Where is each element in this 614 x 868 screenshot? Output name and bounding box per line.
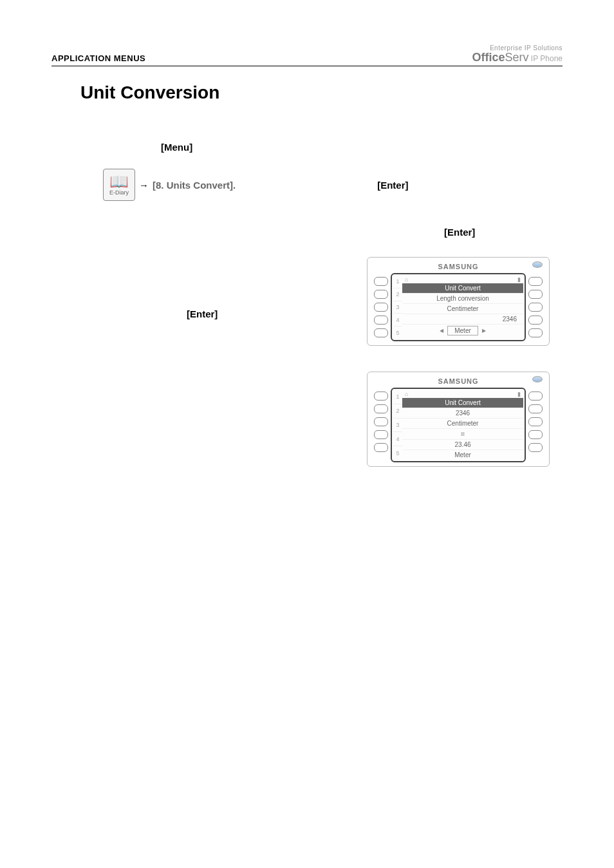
home-icon: ⌂ bbox=[405, 391, 408, 397]
screen-title: Unit Convert bbox=[402, 398, 523, 408]
header-brand: Enterprise IP Solutions OfficeServ IP Ph… bbox=[472, 45, 563, 63]
from-unit-label: Centimeter bbox=[402, 303, 523, 314]
from-unit-label: Centimeter bbox=[402, 418, 523, 428]
softkey-button[interactable] bbox=[374, 328, 388, 337]
phone-mockup-result: SAMSUNG 1 2 bbox=[367, 372, 550, 467]
row-number: 1 bbox=[393, 390, 402, 404]
softkey-button[interactable] bbox=[374, 392, 388, 401]
left-softkeys bbox=[371, 273, 391, 341]
softkey-button[interactable] bbox=[374, 404, 388, 413]
home-icon: ⌂ bbox=[405, 276, 408, 283]
softkey-button[interactable] bbox=[374, 290, 388, 299]
enter-key-label: [Enter] bbox=[377, 180, 408, 191]
input-value: 2346 bbox=[402, 314, 523, 324]
softkey-button[interactable] bbox=[528, 328, 543, 337]
row-number: 3 bbox=[393, 419, 402, 433]
icon-caption: E-Diary bbox=[109, 189, 129, 196]
brand-bold: Office bbox=[472, 51, 505, 64]
row-number: 2 bbox=[393, 404, 402, 419]
to-unit-label: Meter bbox=[447, 326, 478, 335]
left-softkeys bbox=[371, 388, 391, 462]
led-indicator bbox=[532, 376, 543, 382]
row-number-column: 1 2 3 4 5 bbox=[393, 390, 402, 460]
phone-screen: 1 2 3 4 5 ⌂ ▮ Unit C bbox=[391, 388, 526, 462]
header-section-label: APPLICATION MENUS bbox=[51, 53, 145, 63]
phone-brand-label: SAMSUNG bbox=[371, 377, 545, 385]
menu-key-label: [Menu] bbox=[161, 142, 563, 153]
softkey-button[interactable] bbox=[528, 277, 543, 286]
softkey-button[interactable] bbox=[528, 417, 543, 426]
row-number: 2 bbox=[393, 288, 402, 301]
softkey-button[interactable] bbox=[528, 303, 543, 312]
conversion-type-label: Length conversion bbox=[402, 293, 523, 303]
status-bar: ⌂ ▮ bbox=[402, 276, 523, 283]
softkey-button[interactable] bbox=[528, 290, 543, 299]
row-number: 3 bbox=[393, 301, 402, 314]
right-softkeys bbox=[526, 388, 545, 462]
page-title: Unit Conversion bbox=[80, 82, 563, 103]
left-arrow-icon[interactable]: ◀ bbox=[440, 328, 443, 334]
brand-ip: IP Phone bbox=[529, 54, 563, 63]
enter-key-label: [Enter] bbox=[187, 308, 218, 319]
equals-label: = bbox=[402, 428, 523, 439]
led-indicator bbox=[532, 261, 543, 268]
enter-key-label: [Enter] bbox=[444, 227, 563, 238]
softkey-button[interactable] bbox=[374, 316, 388, 325]
to-unit-label: Meter bbox=[402, 449, 523, 460]
softkey-button[interactable] bbox=[528, 430, 543, 439]
brand-logo-text: OfficeServ IP Phone bbox=[472, 52, 563, 63]
softkey-button[interactable] bbox=[528, 316, 543, 325]
brand-rest: Serv bbox=[505, 51, 528, 64]
softkey-button[interactable] bbox=[528, 443, 543, 452]
row-number-column: 1 2 3 4 5 bbox=[393, 276, 402, 339]
softkey-button[interactable] bbox=[374, 430, 388, 439]
result-value: 23.46 bbox=[402, 439, 523, 449]
ediary-icon: 📖 E-Diary bbox=[103, 169, 135, 201]
status-bar: ⌂ ▮ bbox=[402, 390, 523, 398]
phone-mockup-input: SAMSUNG 1 2 bbox=[367, 257, 550, 346]
screen-title: Unit Convert bbox=[402, 283, 523, 293]
right-softkeys bbox=[526, 273, 545, 341]
signal-icon: ▮ bbox=[517, 276, 521, 283]
softkey-button[interactable] bbox=[528, 392, 543, 401]
navigation-step-row: 📖 E-Diary → [8. Units Convert]. [Enter] bbox=[103, 169, 563, 201]
to-unit-selector[interactable]: ◀ Meter ▶ bbox=[402, 324, 523, 337]
signal-icon: ▮ bbox=[517, 391, 521, 397]
phone-screen: 1 2 3 4 5 ⌂ ▮ Unit C bbox=[391, 273, 526, 341]
book-icon: 📖 bbox=[109, 174, 129, 189]
softkey-button[interactable] bbox=[374, 417, 388, 426]
softkey-button[interactable] bbox=[528, 404, 543, 413]
row-number: 5 bbox=[393, 446, 402, 460]
row-number: 1 bbox=[393, 276, 402, 288]
phone-brand-label: SAMSUNG bbox=[371, 263, 545, 270]
row-number: 4 bbox=[393, 432, 402, 446]
arrow-icon: → bbox=[139, 180, 149, 191]
softkey-button[interactable] bbox=[374, 303, 388, 312]
row-number: 4 bbox=[393, 314, 402, 326]
from-value: 2346 bbox=[402, 408, 523, 418]
softkey-button[interactable] bbox=[374, 443, 388, 452]
softkey-button[interactable] bbox=[374, 277, 388, 286]
right-arrow-icon[interactable]: ▶ bbox=[482, 328, 486, 334]
row-number: 5 bbox=[393, 326, 402, 339]
menu-item-units-convert: [8. Units Convert]. bbox=[153, 180, 236, 191]
page-header: APPLICATION MENUS Enterprise IP Solution… bbox=[51, 45, 563, 66]
